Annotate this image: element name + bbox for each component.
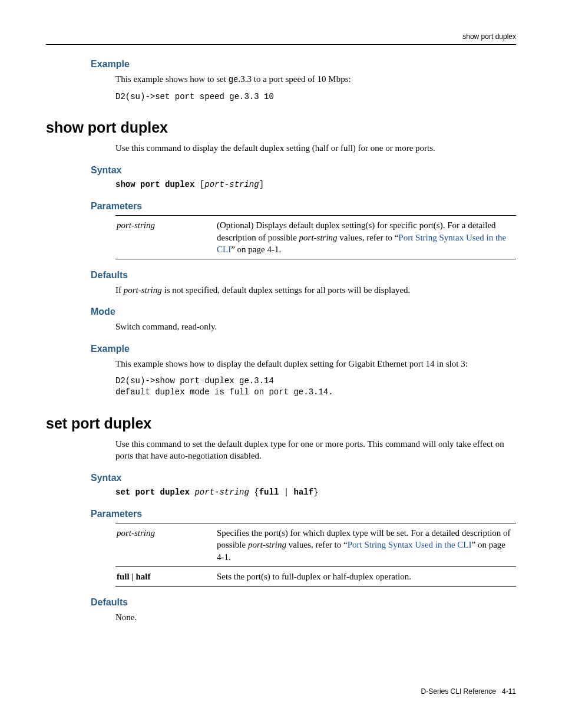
inline-code: ge: [229, 75, 239, 84]
text: values, refer to “: [338, 233, 399, 242]
syntax-command: set port duplex: [115, 487, 190, 497]
prev-example-intro: This example shows how to set ge.3.3 to …: [115, 73, 516, 85]
syntax-arg: port-string: [194, 487, 249, 497]
syntax-keyword: half: [294, 487, 314, 497]
heading-syntax-show: Syntax: [91, 165, 516, 176]
syntax-bracket: [: [194, 180, 204, 189]
set-syntax-code: set port duplex port-string {full | half…: [115, 487, 516, 499]
syntax-brace: }: [313, 487, 318, 497]
heading-parameters-show: Parameters: [91, 201, 516, 212]
show-parameters-table: port-string (Optional) Displays default …: [115, 215, 516, 259]
heading-parameters-set: Parameters: [91, 509, 516, 519]
text-italic: port-string: [124, 285, 162, 295]
syntax-keyword: full: [259, 487, 279, 497]
heading-defaults-set: Defaults: [91, 597, 516, 608]
param-desc: Sets the port(s) to full-duplex or half-…: [216, 566, 516, 586]
syntax-command: show port duplex: [115, 180, 194, 189]
cross-reference-link[interactable]: Port String Syntax Used in the CLI: [348, 540, 472, 549]
show-syntax-code: show port duplex [port-string]: [115, 179, 516, 191]
set-description: Use this command to set the default dupl…: [115, 438, 516, 462]
heading-set-port-duplex: set port duplex: [46, 415, 516, 432]
set-parameters-table: port-string Specifies the port(s) for wh…: [115, 523, 516, 587]
text-italic: port-string: [299, 233, 338, 242]
page-footer: D-Series CLI Reference 4-11: [421, 687, 516, 696]
prev-example-code: D2(su)->set port speed ge.3.3 10: [115, 91, 516, 103]
heading-example-prev: Example: [91, 59, 516, 70]
heading-defaults-show: Defaults: [91, 270, 516, 281]
text: ” on page 4-1.: [231, 245, 281, 254]
show-defaults-text: If port-string is not specified, default…: [115, 284, 516, 296]
text: If: [115, 285, 124, 295]
syntax-arg: port-string: [204, 180, 259, 189]
table-row: port-string Specifies the port(s) for wh…: [115, 523, 516, 567]
param-name: port-string: [115, 523, 216, 567]
param-name: full | half: [115, 566, 216, 586]
show-mode-text: Switch command, read-only.: [115, 321, 516, 332]
syntax-pipe: |: [279, 487, 293, 497]
show-example-code: D2(su)->show port duplex ge.3.14 default…: [115, 375, 516, 398]
heading-show-port-duplex: show port duplex: [46, 119, 516, 136]
footer-page-number: 4-11: [502, 687, 516, 696]
footer-doc-title: D-Series CLI Reference: [421, 687, 496, 696]
param-desc: (Optional) Displays default duplex setti…: [216, 216, 516, 259]
show-description: Use this command to display the default …: [115, 142, 516, 154]
param-name: port-string: [115, 216, 216, 259]
set-defaults-text: None.: [115, 611, 516, 623]
text: is not specified, default duplex setting…: [162, 285, 411, 295]
syntax-bracket: ]: [259, 180, 264, 189]
table-row: port-string (Optional) Displays default …: [115, 216, 516, 259]
text-italic: port-string: [248, 540, 286, 549]
heading-syntax-set: Syntax: [91, 473, 516, 483]
heading-mode-show: Mode: [91, 307, 516, 317]
running-header: show port duplex: [46, 32, 516, 45]
text: This example shows how to set: [115, 74, 229, 84]
syntax-brace: {: [249, 487, 259, 497]
text: .3.3 to a port speed of 10 Mbps:: [238, 74, 351, 84]
heading-example-show: Example: [91, 344, 516, 354]
show-example-intro: This example shows how to display the de…: [115, 358, 516, 370]
table-row: full | half Sets the port(s) to full-dup…: [115, 566, 516, 586]
text: values, refer to “: [286, 540, 348, 549]
param-desc: Specifies the port(s) for which duplex t…: [216, 523, 516, 567]
